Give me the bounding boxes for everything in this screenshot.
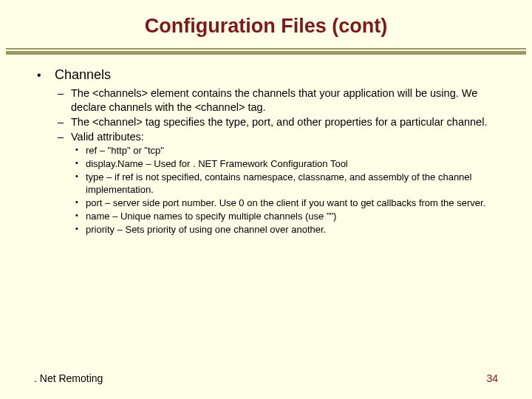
section-heading: Channels: [55, 67, 111, 82]
title-underline: [6, 48, 526, 55]
sub-bullet-text: The <channels> element contains the chan…: [71, 87, 477, 112]
attr-bullet: ref – "http" or "tcp": [71, 145, 498, 157]
attr-bullet-text: display.Name – Used for . NET Framework …: [86, 158, 348, 169]
sub-bullet: The <channels> element contains the chan…: [55, 86, 498, 113]
sub-bullet: Valid attributes: ref – "http" or "tcp" …: [55, 130, 498, 236]
attr-bullet: type – if ref is not specified, contains…: [71, 171, 498, 196]
footer-left: . Net Remoting: [34, 372, 103, 384]
slide-body: Channels The <channels> element contains…: [0, 55, 532, 236]
sub-bullet: The <channel> tag specifies the type, po…: [55, 115, 498, 129]
attr-bullet-text: type – if ref is not specified, contains…: [86, 171, 471, 194]
attr-bullet: priority – Sets priority of using one ch…: [71, 224, 498, 236]
attr-bullet: name – Unique names to specify multiple …: [71, 211, 498, 222]
attr-bullet: display.Name – Used for . NET Framework …: [71, 158, 498, 170]
slide: Configuration Files (cont) Channels The …: [0, 0, 532, 399]
section-heading-item: Channels The <channels> element contains…: [34, 66, 498, 236]
slide-title: Configuration Files (cont): [0, 0, 532, 48]
attr-bullet: port – server side port number. Use 0 on…: [71, 197, 498, 209]
attr-bullet-text: priority – Sets priority of using one ch…: [86, 224, 326, 235]
sub-bullet-text: The <channel> tag specifies the type, po…: [71, 116, 487, 128]
slide-footer: . Net Remoting 34: [0, 372, 532, 384]
attr-bullet-text: name – Unique names to specify multiple …: [86, 211, 336, 222]
slide-number: 34: [486, 372, 498, 384]
sub-bullet-text: Valid attributes:: [71, 131, 144, 143]
attr-bullet-text: port – server side port number. Use 0 on…: [86, 197, 485, 208]
attr-bullet-text: ref – "http" or "tcp": [86, 145, 164, 156]
